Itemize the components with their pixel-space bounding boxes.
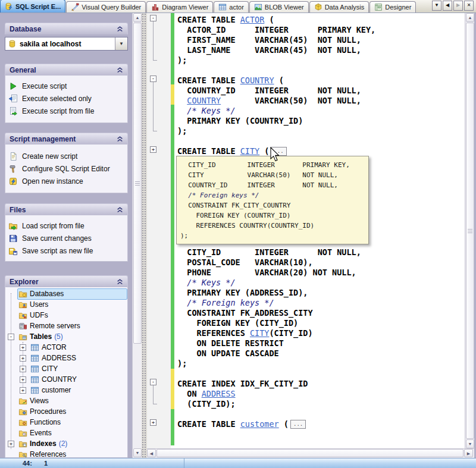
code-line-3: FIRST_NAME VARCHAR(45) NOT NULL,: [177, 35, 465, 45]
action-execute-script[interactable]: Execute script: [5, 80, 127, 92]
expand-fold-marker[interactable]: +: [150, 419, 156, 426]
tab-designer[interactable]: Designer: [369, 1, 416, 12]
expand-node-icon[interactable]: +: [20, 387, 26, 394]
action-open-new-instance[interactable]: Open new instance: [5, 175, 127, 187]
tab-sql-script-e[interactable]: SQL Script E...: [0, 0, 65, 12]
tree-item-tables[interactable]: -Tables (5): [5, 331, 127, 342]
tree-item-users[interactable]: Users: [5, 299, 127, 310]
table-grid-icon: [30, 375, 39, 384]
code-line-25: POSTAL_CODE VARCHAR(10),: [177, 257, 465, 268]
database-combo-value: sakila at localhost: [20, 40, 112, 48]
action-execute-script-from-file[interactable]: Execute script from file: [5, 105, 127, 117]
collapse-script-management-section-button[interactable]: [117, 136, 123, 142]
tree-item-procedures[interactable]: Procedures: [5, 406, 127, 417]
code-line-8: COUNTRY_ID INTEGER NOT NULL,: [177, 86, 465, 96]
collapse-fold-marker[interactable]: -: [150, 15, 156, 21]
tree-item-functions[interactable]: Functions: [5, 417, 127, 428]
action-label: Execute script from file: [22, 107, 94, 115]
tab-actor[interactable]: actor: [214, 1, 248, 12]
collapse-general-section-button[interactable]: [117, 67, 123, 73]
section-title-files: Files: [10, 206, 26, 214]
tree-item-address[interactable]: +ADDRESS: [5, 353, 127, 363]
collapsed-fold-ellipsis[interactable]: ...: [271, 147, 286, 156]
code-link-actor[interactable]: ACTOR: [240, 15, 265, 24]
code-link-address[interactable]: ADDRESS: [202, 389, 236, 398]
expand-fold-marker[interactable]: +: [150, 146, 156, 153]
code-line-1: CREATE TABLE ACTOR (: [177, 15, 465, 25]
code-line-34: ON UPDATE CASCADE: [177, 348, 465, 359]
tree-item-indexes[interactable]: +Indexes (2): [5, 438, 127, 449]
action-save-script-as-new-file[interactable]: Save script as new file: [5, 244, 127, 257]
tree-item-events[interactable]: Events: [5, 428, 127, 438]
tab-list-dropdown-button[interactable]: ▼: [432, 1, 441, 11]
tree-item-references[interactable]: References: [5, 449, 127, 457]
code-link-customer[interactable]: customer: [240, 419, 279, 429]
tree-item-label: Indexes: [30, 439, 57, 448]
collapse-fold-marker[interactable]: -: [150, 379, 156, 385]
action-save-current-changes[interactable]: Save current changes: [5, 232, 127, 244]
editor-vertical-scrollbar[interactable]: ▲ ▼: [465, 13, 474, 448]
tree-item-remote-servers[interactable]: Remote servers: [5, 321, 127, 331]
action-load-script-from-file[interactable]: Load script from file: [5, 219, 127, 232]
app-window: SQL Script E...Visual Query BuilderDiagr…: [0, 0, 476, 468]
tab-scroll-left-button[interactable]: ◀: [443, 1, 452, 11]
code-link-city[interactable]: CITY: [240, 146, 260, 156]
create-script-icon: [8, 152, 18, 161]
tree-item-country[interactable]: +COUNTRY: [5, 374, 127, 385]
tree-item-views[interactable]: Views: [5, 395, 127, 406]
editor-horizontal-scrollbar[interactable]: ◀ ▶: [147, 448, 474, 458]
panel-splitter[interactable]: [142, 13, 147, 458]
tab-scroll-right-button[interactable]: ▶: [453, 1, 463, 11]
action-execute-selected-only[interactable]: Execute selected only: [5, 92, 127, 105]
tree-item-customer[interactable]: +customer: [5, 385, 127, 395]
collapse-node-icon[interactable]: -: [8, 334, 14, 340]
table-grid-icon: [218, 3, 227, 11]
collapse-fold-marker[interactable]: -: [150, 76, 156, 82]
expand-node-icon[interactable]: +: [20, 355, 26, 362]
tree-item-databases[interactable]: Databases: [5, 288, 127, 299]
tab-diagram-viewer[interactable]: Diagram Viewer: [146, 1, 213, 12]
database-combo-dropdown-button[interactable]: ▼: [115, 37, 127, 50]
collapse-explorer-section-button[interactable]: [117, 278, 123, 285]
action-label: Execute selected only: [22, 95, 92, 103]
action-create-new-script[interactable]: Create new script: [5, 150, 127, 162]
action-label: Execute script: [22, 82, 67, 90]
tree-item-body: ADDRESS: [29, 353, 127, 364]
tab-visual-query-builder[interactable]: Visual Query Builder: [66, 1, 146, 12]
collapsed-fold-ellipsis[interactable]: ...: [290, 420, 306, 429]
code-text: [177, 278, 187, 287]
expand-node-icon[interactable]: +: [20, 366, 26, 372]
query-builder-icon: [71, 3, 79, 11]
status-panel-empty: [184, 458, 476, 468]
execute-selected-icon: [8, 94, 18, 103]
tree-item-actor[interactable]: +ACTOR: [5, 342, 127, 353]
code-line-41: CREATE TABLE customer (...: [177, 419, 465, 429]
tree-item-label: Events: [30, 429, 52, 437]
cursor-position-panel: 44: 1: [0, 458, 184, 468]
tab-blob-viewer[interactable]: BLOB Viewer: [249, 1, 309, 12]
action-configure-sql-script-editor[interactable]: Configure SQL Script Editor: [5, 162, 127, 175]
tree-item-udfs[interactable]: UDFs: [5, 310, 127, 321]
code-link-country[interactable]: COUNTRY: [240, 76, 274, 85]
code-link-city[interactable]: CITY: [250, 328, 270, 338]
collapse-files-section-button[interactable]: [117, 206, 123, 213]
code-text: VARCHAR(50) NOT NULL,: [221, 96, 361, 105]
sidebar-scrollbar[interactable]: ▲ ▼: [132, 13, 142, 458]
tree-item-city[interactable]: +CITY: [5, 363, 127, 374]
tab-label: Diagram Viewer: [162, 4, 208, 11]
collapse-database-section-button[interactable]: [117, 26, 123, 32]
database-combo[interactable]: sakila at localhost ▼: [5, 37, 128, 51]
section-header-general: General: [5, 64, 128, 76]
views-icon: [18, 397, 27, 406]
expand-node-icon[interactable]: +: [20, 376, 26, 383]
code-line-35: );: [177, 359, 465, 369]
expand-node-icon[interactable]: +: [8, 441, 14, 447]
code-line-27: /* Keys */: [177, 278, 465, 288]
tree-item-body: ACTOR: [29, 342, 127, 353]
tab-data-analysis[interactable]: Data Analysis: [309, 1, 369, 12]
tab-close-button[interactable]: ✕: [464, 1, 474, 11]
tree-item-label: ADDRESS: [42, 354, 76, 362]
action-label: Save script as new file: [22, 247, 93, 255]
code-link-country[interactable]: COUNTRY: [187, 96, 221, 105]
expand-node-icon[interactable]: +: [20, 344, 26, 351]
